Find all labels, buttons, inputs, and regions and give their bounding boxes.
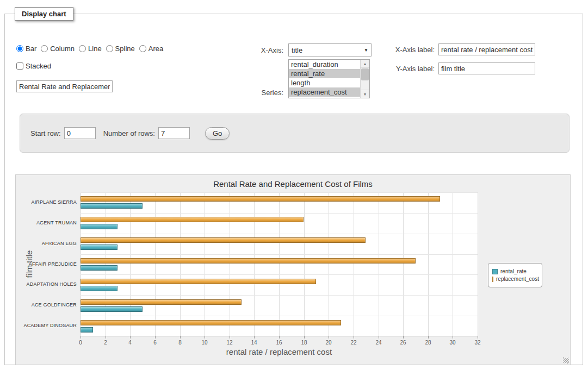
x-tick-label: 4 bbox=[122, 340, 138, 346]
series-listbox[interactable]: rental_durationrental_ratelengthreplacem… bbox=[288, 59, 370, 98]
chart-type-option-area[interactable]: Area bbox=[139, 45, 163, 53]
grid-line bbox=[155, 192, 156, 336]
bar-rental_rate[interactable] bbox=[81, 224, 117, 229]
series-listbox-options: rental_durationrental_ratelengthreplacem… bbox=[289, 60, 360, 98]
x-tick-label: 12 bbox=[221, 340, 238, 346]
number-of-rows-input[interactable] bbox=[158, 127, 190, 139]
stacked-checkbox[interactable] bbox=[16, 62, 23, 70]
y-axis-label-input[interactable] bbox=[438, 62, 535, 74]
grid-line bbox=[81, 192, 81, 336]
category-grid-line bbox=[81, 192, 478, 193]
chart-type-radio-spline[interactable] bbox=[106, 45, 113, 52]
bar-replacement_cost[interactable] bbox=[81, 217, 304, 222]
start-row-label: Start row: bbox=[30, 129, 61, 137]
x-tick-label: 14 bbox=[246, 340, 262, 346]
bar-replacement_cost[interactable] bbox=[81, 258, 416, 264]
x-tick-label: 8 bbox=[172, 340, 188, 346]
chart-panel: Rental Rate and Replacement Cost of Film… bbox=[15, 174, 571, 365]
bar-replacement_cost[interactable] bbox=[81, 320, 341, 325]
number-of-rows-label: Number of rows: bbox=[103, 129, 155, 137]
chart-type-options: BarColumnLineSplineArea bbox=[16, 45, 168, 53]
x-axis-select[interactable]: title ▼ bbox=[288, 43, 372, 57]
category-label: AIRPLANE SIERRA bbox=[16, 199, 77, 205]
stacked-option[interactable]: Stacked bbox=[16, 62, 51, 70]
category-label: AFRICAN EGG bbox=[16, 241, 77, 246]
grid-line bbox=[180, 192, 181, 336]
grid-line bbox=[230, 192, 230, 336]
x-axis-tick bbox=[354, 336, 354, 338]
x-tick-label: 22 bbox=[345, 340, 362, 346]
grid-line bbox=[379, 192, 379, 336]
x-tick-label: 10 bbox=[196, 340, 213, 346]
grid-line bbox=[329, 192, 329, 336]
bar-rental_rate[interactable] bbox=[81, 286, 117, 291]
x-tick-label: 30 bbox=[444, 340, 461, 346]
chart-type-option-label: Bar bbox=[26, 45, 36, 53]
scrollbar-thumb[interactable] bbox=[361, 68, 369, 80]
chart-type-option-bar[interactable]: Bar bbox=[16, 45, 36, 53]
series-option-rental_rate[interactable]: rental_rate bbox=[289, 69, 360, 78]
bar-replacement_cost[interactable] bbox=[81, 237, 366, 243]
grid-line bbox=[428, 192, 429, 336]
x-tick-label: 16 bbox=[271, 340, 287, 346]
x-axis-tick bbox=[329, 336, 329, 338]
bar-rental_rate[interactable] bbox=[81, 244, 117, 250]
go-button[interactable]: Go bbox=[205, 127, 230, 140]
x-axis-tick bbox=[379, 336, 379, 338]
bar-rental_rate[interactable] bbox=[81, 203, 143, 209]
series-option-rental_duration[interactable]: rental_duration bbox=[289, 60, 360, 69]
grid-line bbox=[478, 192, 478, 336]
bar-rental_rate[interactable] bbox=[81, 265, 117, 271]
bar-replacement_cost[interactable] bbox=[81, 196, 440, 202]
scroll-up-icon[interactable]: ▲ bbox=[361, 60, 369, 68]
x-axis-label-label: X-Axis label: bbox=[378, 46, 435, 54]
scroll-down-icon[interactable]: ▼ bbox=[361, 90, 369, 98]
x-tick-label: 0 bbox=[72, 340, 89, 346]
panel-legend: Display chart bbox=[15, 7, 73, 21]
category-label: ADAPTATION HOLES bbox=[16, 281, 77, 287]
chart-type-radio-line[interactable] bbox=[79, 45, 86, 52]
x-tick-label: 28 bbox=[420, 340, 436, 346]
x-tick-label: 24 bbox=[370, 340, 387, 346]
chart-type-radio-area[interactable] bbox=[139, 45, 146, 52]
series-option-length[interactable]: length bbox=[289, 78, 360, 87]
start-row-input[interactable] bbox=[64, 127, 96, 139]
x-axis-tick bbox=[205, 336, 205, 338]
grid-line bbox=[130, 192, 131, 336]
series-option-replacement_cost[interactable]: replacement_cost bbox=[289, 87, 360, 97]
chart-type-option-column[interactable]: Column bbox=[41, 45, 75, 53]
chart-title-input[interactable] bbox=[16, 80, 113, 92]
bar-rental_rate[interactable] bbox=[81, 306, 143, 312]
chart-type-radio-column[interactable] bbox=[41, 45, 48, 52]
grid-line bbox=[254, 192, 255, 336]
x-axis-label-input[interactable] bbox=[438, 43, 535, 55]
x-axis-tick bbox=[180, 336, 181, 338]
legend-swatch-icon bbox=[492, 269, 498, 274]
legend-swatch-icon bbox=[492, 277, 493, 282]
x-axis-line bbox=[81, 336, 478, 336]
x-axis-tick bbox=[279, 336, 280, 338]
bar-replacement_cost[interactable] bbox=[81, 279, 316, 284]
bar-rental_rate[interactable] bbox=[81, 327, 93, 333]
x-tick-label: 20 bbox=[320, 340, 337, 346]
category-grid-line bbox=[81, 274, 478, 275]
chart-type-radio-bar[interactable] bbox=[16, 45, 23, 52]
chart-type-option-spline[interactable]: Spline bbox=[106, 45, 135, 53]
legend-item-replacement_cost[interactable]: replacement_cost bbox=[492, 276, 538, 282]
x-axis-tick bbox=[254, 336, 255, 338]
category-label: ACADEMY DINOSAUR bbox=[16, 323, 77, 328]
series-scrollbar[interactable]: ▲ ▼ bbox=[360, 60, 369, 98]
chart-type-option-line[interactable]: Line bbox=[79, 45, 102, 53]
x-axis-title: rental rate / replacement cost bbox=[81, 347, 478, 356]
x-tick-label: 2 bbox=[97, 340, 114, 346]
category-grid-line bbox=[81, 295, 478, 296]
chart-legend: rental_ratereplacement_cost bbox=[488, 263, 542, 287]
bar-replacement_cost[interactable] bbox=[81, 299, 242, 305]
grid-line bbox=[354, 192, 354, 336]
x-axis-selected-value: title bbox=[289, 46, 361, 54]
x-axis-tick bbox=[428, 336, 429, 338]
legend-item-rental_rate[interactable]: rental_rate bbox=[492, 268, 538, 274]
resize-handle-icon[interactable] bbox=[563, 358, 569, 363]
y-axis-label-label: Y-Axis label: bbox=[378, 65, 435, 73]
chart-type-option-label: Column bbox=[50, 45, 75, 53]
